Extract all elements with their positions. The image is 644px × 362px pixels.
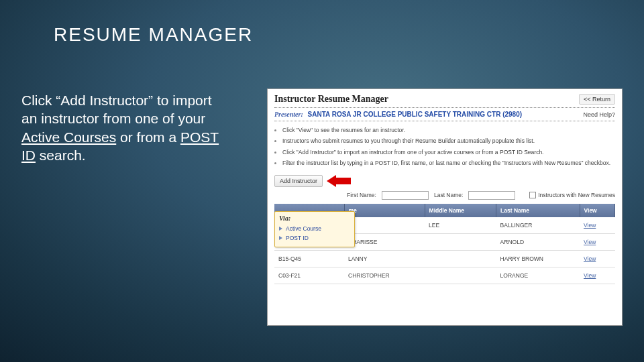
col-header[interactable]: View (580, 204, 614, 217)
cell-middlename (425, 233, 496, 250)
callout-arrow-icon (327, 175, 351, 187)
cell-lastname: LORANGE (496, 267, 580, 284)
via-option-post-id[interactable]: POST ID (279, 233, 350, 243)
col-header[interactable]: me (344, 204, 425, 217)
help-bullets: Click "View" to see the resumes for an i… (268, 121, 622, 174)
help-bullet: Click "View" to see the resumes for an i… (282, 125, 615, 135)
help-bullet: Filter the instructor list by typing in … (282, 158, 615, 168)
instruction-link-active-courses: Active Courses (21, 129, 116, 145)
new-resumes-checkbox[interactable]: Instructors with New Resumes (529, 192, 615, 198)
add-instructor-button[interactable]: Add Instructor (274, 175, 323, 187)
app-window: Instructor Resume Manager << Return Pres… (267, 88, 623, 326)
presenter-label: Presenter: (274, 111, 303, 118)
presenter-row: Presenter: SANTA ROSA JR COLLEGE PUBLIC … (268, 108, 622, 121)
return-button[interactable]: << Return (579, 94, 615, 105)
instruction-text: Click “Add Instructor” to import an inst… (21, 91, 229, 164)
add-instructor-row: Add Instructor (268, 174, 622, 190)
view-link[interactable]: View (584, 222, 596, 229)
cell-postid: B15-Q45 (274, 250, 344, 267)
window-titlebar: Instructor Resume Manager << Return (268, 89, 622, 107)
first-name-input[interactable] (382, 191, 429, 200)
cell-middlename (425, 267, 496, 284)
cell-firstname: CHARISSE (344, 233, 425, 250)
col-header[interactable]: Last Name (496, 204, 580, 217)
last-name-input[interactable] (468, 191, 515, 200)
need-help-link[interactable]: Need Help? (583, 111, 615, 118)
new-resumes-label: Instructors with New Resumes (538, 192, 615, 198)
view-link[interactable]: View (584, 239, 596, 245)
window-title: Instructor Resume Manager (274, 94, 388, 105)
slide-title: RESUME MANAGER (54, 24, 253, 46)
table-row: C03-F21 CHRISTOPHER LORANGE View (274, 267, 615, 284)
view-link[interactable]: View (584, 272, 596, 279)
instruction-mid: or from a (116, 129, 180, 145)
help-bullet: Click "Add Instructor" to import an inst… (282, 147, 615, 157)
cell-lastname: HARRY BROWN (496, 250, 580, 267)
help-bullet: Instructors who submit resumes to you th… (282, 136, 615, 145)
instruction-post: search. (36, 147, 86, 163)
cell-lastname: BALLINGER (496, 217, 580, 234)
filter-row: First Name: Last Name: Instructors with … (268, 190, 622, 202)
cell-firstname: LANNY (344, 250, 425, 267)
col-header[interactable]: Middle Name (425, 204, 496, 217)
cell-postid: C03-F21 (274, 267, 344, 284)
table-row: B15-Q45 LANNY HARRY BROWN View (274, 250, 615, 267)
last-name-label: Last Name: (434, 192, 463, 198)
checkbox-icon (529, 192, 536, 198)
cell-middlename: LEE (425, 217, 496, 234)
via-popup: Via: Active Course POST ID (274, 211, 355, 247)
cell-middlename (425, 250, 496, 267)
instruction-pre: Click “Add Instructor” to import an inst… (21, 93, 212, 126)
via-option-active-course[interactable]: Active Course (279, 224, 350, 233)
via-popup-title: Via: (279, 215, 350, 222)
cell-firstname (344, 217, 425, 234)
cell-firstname: CHRISTOPHER (344, 267, 425, 284)
cell-lastname: ARNOLD (496, 233, 580, 250)
view-link[interactable]: View (584, 255, 596, 262)
first-name-label: First Name: (347, 192, 376, 198)
presenter-name: SANTA ROSA JR COLLEGE PUBLIC SAFETY TRAI… (308, 111, 522, 118)
